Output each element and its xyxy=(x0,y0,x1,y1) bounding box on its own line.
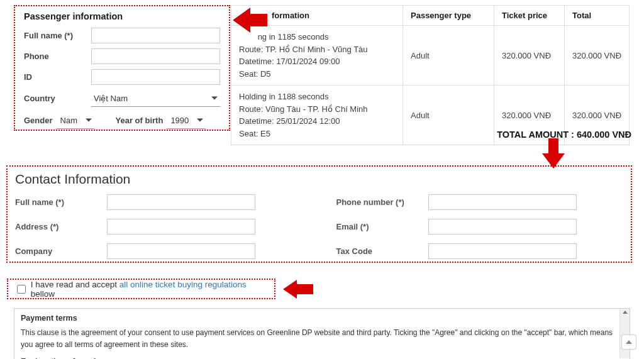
price-cell: 320.000 VNĐ xyxy=(494,26,565,86)
terms-scrollbar[interactable] xyxy=(619,309,630,358)
ptype-cell: Adult xyxy=(403,86,494,145)
agree-text: I have read and accept all online ticket… xyxy=(31,280,268,299)
phone-input[interactable] xyxy=(91,48,220,64)
th-total: Total xyxy=(565,6,630,26)
regulations-link[interactable]: all online ticket buying regulations xyxy=(119,280,247,289)
contact-address-label: Address (*) xyxy=(15,222,107,231)
yob-select[interactable]: 1990 xyxy=(167,112,206,129)
passenger-info-panel: Passenger information Full name (*) Phon… xyxy=(14,5,230,131)
route-cell: Holding in 1185 seconds Route: TP. Hồ Ch… xyxy=(231,26,403,86)
yob-value: 1990 xyxy=(170,116,189,125)
contact-email-input[interactable] xyxy=(428,219,577,235)
yob-label: Year of birth xyxy=(116,116,164,125)
passenger-info-heading: Passenger information xyxy=(24,11,220,21)
contact-tax-input[interactable] xyxy=(428,243,577,259)
agree-checkbox[interactable] xyxy=(17,285,26,294)
contact-phone-input[interactable] xyxy=(428,194,577,210)
contact-tax-label: Tax Code xyxy=(336,246,428,256)
th-price: Ticket price xyxy=(494,6,565,26)
contact-fullname-label: Full name (*) xyxy=(15,197,107,207)
id-label: ID xyxy=(24,72,91,82)
terms-textarea[interactable]: Payment terms This clause is the agreeme… xyxy=(14,308,630,359)
fullname-label: Full name (*) xyxy=(24,31,91,40)
terms-panel: Payment terms This clause is the agreeme… xyxy=(14,308,630,359)
id-input[interactable] xyxy=(91,69,220,85)
table-row: Holding in 1185 seconds Route: TP. Hồ Ch… xyxy=(231,26,630,86)
phone-label: Phone xyxy=(24,52,91,61)
gender-value: Nam xyxy=(60,116,77,125)
total-cell: 320.000 VNĐ xyxy=(565,26,630,86)
contact-phone-label: Phone number (*) xyxy=(336,197,428,207)
total-amount: TOTAL AMOUNT : 640.000 VNĐ xyxy=(497,130,631,140)
route-cell: Holding in 1188 seconds Route: Vũng Tàu … xyxy=(231,86,403,145)
chevron-up-icon xyxy=(626,340,632,344)
terms-h2: Explanation of words xyxy=(21,356,621,359)
contact-email-label: Email (*) xyxy=(336,222,428,231)
contact-company-input[interactable] xyxy=(107,243,255,259)
country-value: Việt Nam xyxy=(94,94,128,103)
agreement-row: I have read and accept all online ticket… xyxy=(7,279,275,299)
contact-heading: Contact Information xyxy=(15,172,619,187)
contact-address-input[interactable] xyxy=(107,219,255,235)
chevron-down-icon xyxy=(86,119,92,122)
contact-company-label: Company xyxy=(15,246,107,256)
contact-info-panel: Contact Information Full name (*) Addres… xyxy=(6,165,632,263)
fullname-input[interactable] xyxy=(91,28,220,43)
ptype-cell: Adult xyxy=(403,26,494,86)
contact-fullname-input[interactable] xyxy=(107,194,255,210)
scroll-up-icon xyxy=(623,311,628,314)
gender-label: Gender xyxy=(24,116,53,125)
ticket-table: Route information Passenger type Ticket … xyxy=(231,5,630,145)
country-select[interactable]: Việt Nam xyxy=(91,90,220,107)
th-passenger-type: Passenger type xyxy=(403,6,494,26)
annotation-arrow-icon xyxy=(283,278,313,301)
th-route: Route information xyxy=(231,6,403,26)
terms-p1: This clause is the agreement of your con… xyxy=(21,327,621,350)
chevron-down-icon xyxy=(211,97,218,100)
svg-marker-2 xyxy=(283,280,313,299)
gender-select[interactable]: Nam xyxy=(57,112,94,129)
country-label: Country xyxy=(24,94,91,103)
scroll-top-button[interactable] xyxy=(621,334,636,350)
chevron-down-icon xyxy=(197,119,203,122)
terms-h1: Payment terms xyxy=(21,312,621,324)
